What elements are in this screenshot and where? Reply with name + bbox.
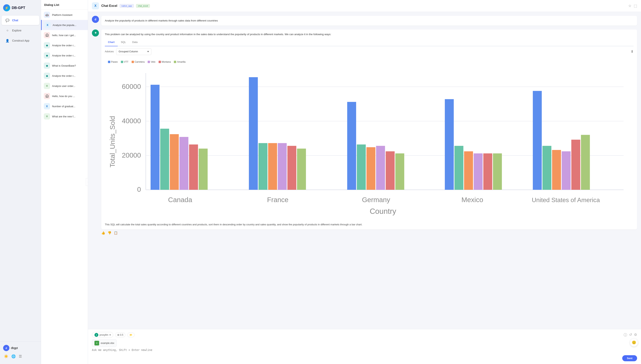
dialog-item-title: Analyze the order r... bbox=[52, 44, 85, 47]
chart-legend: Paseo VTT Carretera bbox=[108, 60, 630, 64]
language-icon[interactable]: 🌐 bbox=[11, 354, 16, 358]
dialog-avatar: ◆ bbox=[44, 42, 50, 48]
bar-germany-amarilla bbox=[395, 153, 404, 190]
bar-canada-velo bbox=[179, 137, 188, 190]
legend-dot-paseo bbox=[108, 61, 110, 63]
user-message-text: Analyze the popularity of products in di… bbox=[101, 16, 637, 26]
svg-text:60000: 60000 bbox=[122, 82, 141, 90]
dialog-item-oceanbase[interactable]: ◆ What is OceanBase? bbox=[41, 60, 88, 71]
temperature-grid-icon: ⊞ bbox=[117, 334, 119, 336]
dialog-item-title: Hello, how do you ... bbox=[52, 95, 85, 98]
dialog-item-new-features[interactable]: ≡ What are the new f... bbox=[41, 111, 88, 122]
legend-amarilla: Amarilla bbox=[174, 60, 185, 64]
thumbs-down-icon[interactable]: 👎 bbox=[108, 231, 111, 235]
sidebar-item-chat[interactable]: 💬 Chat bbox=[2, 16, 39, 25]
copy-icon[interactable]: 📋 bbox=[114, 231, 118, 235]
chat-input[interactable] bbox=[92, 348, 637, 353]
model-dropdown-icon: ▾ bbox=[110, 334, 111, 336]
model-selector[interactable]: ✦ proxyllm ▾ bbox=[92, 332, 113, 338]
dialog-item-analyze-order-1[interactable]: ◆ Analyze the order r... bbox=[41, 40, 88, 50]
sidebar-item-explore-label: Explore bbox=[12, 29, 21, 32]
dialog-item-title: What are the new f... bbox=[52, 115, 85, 118]
dialog-avatar: 🤖 bbox=[44, 12, 50, 18]
user-info[interactable]: d dbgpt bbox=[2, 343, 39, 353]
dialog-item-title: Analyze the order r... bbox=[52, 54, 85, 57]
thumbs-up-icon[interactable]: 👍 bbox=[101, 231, 105, 235]
svg-text:Germany: Germany bbox=[362, 196, 390, 204]
logo: ⚡ DB-GPT bbox=[0, 2, 41, 15]
folder-icon: 📁 bbox=[129, 334, 132, 336]
dialog-item-title: Number of graduat... bbox=[52, 105, 85, 108]
legend-vtt: VTT bbox=[121, 60, 128, 64]
message-row-ai: ✦ This problem can be analyzed by using … bbox=[92, 30, 637, 235]
sidebar-item-construct-label: Construct App bbox=[12, 39, 29, 42]
dialog-avatar: 🎧 bbox=[44, 93, 50, 99]
dialog-item-title: What is OceanBase? bbox=[52, 64, 85, 67]
chart-tabs: Chart SQL Data bbox=[105, 39, 633, 46]
file-attachment: X example.xlsx bbox=[92, 340, 117, 347]
sidebar-item-chat-label: Chat bbox=[12, 19, 18, 22]
sidebar-item-explore[interactable]: ○ Explore bbox=[2, 26, 39, 35]
bottom-icons: ☀️ 🌐 ☰ bbox=[2, 353, 39, 360]
bar-france-montana bbox=[287, 146, 296, 190]
sidebar-item-construct[interactable]: 👤 Construct App bbox=[2, 36, 39, 45]
legend-carretera: Carretera bbox=[132, 60, 145, 64]
dialog-avatar: ≡ bbox=[44, 113, 50, 120]
expand-icon[interactable]: ⬚ bbox=[634, 4, 637, 8]
ai-message-content: This problem can be analyzed by using th… bbox=[101, 30, 637, 235]
dialog-item-analyze-user-order[interactable]: ≡ Analyze user order... bbox=[41, 81, 88, 91]
emoji-button[interactable]: 🙂 bbox=[630, 338, 638, 346]
menu-icon[interactable]: ☰ bbox=[19, 354, 22, 358]
temperature-value: 0.5 bbox=[120, 334, 123, 336]
chat-header: X Chat Excel native_app chat_excel ☆ ⬚ bbox=[88, 0, 641, 12]
dialog-item-analyze-order-2[interactable]: ◆ Analyze the order r... bbox=[41, 50, 88, 60]
dialog-item-analyze-popula[interactable]: X Analyze the popula... bbox=[41, 20, 88, 30]
chat-title-icon: X bbox=[92, 2, 99, 9]
user-message-content: Analyze the popularity of products in di… bbox=[101, 16, 637, 26]
tab-chart[interactable]: Chart bbox=[105, 39, 118, 46]
legend-label-carretera: Carretera bbox=[135, 60, 145, 64]
info-icon[interactable]: ⓘ bbox=[623, 332, 627, 337]
bar-germany-paseo bbox=[347, 102, 356, 190]
dialog-item-hello-2[interactable]: 🎧 Hello, how do you ... bbox=[41, 91, 88, 101]
dialog-item-analyze-order-3[interactable]: ◆ Analyze the order r... bbox=[41, 71, 88, 81]
temperature-display[interactable]: ⊞ 0.5 bbox=[115, 332, 126, 337]
chart-type-dropdown[interactable]: Grouped Column ▾ bbox=[116, 48, 151, 55]
svg-text:United States of America: United States of America bbox=[532, 196, 600, 204]
legend-label-amarilla: Amarilla bbox=[177, 60, 185, 64]
model-icon: ✦ bbox=[94, 333, 98, 337]
download-chart-button[interactable]: ⬇ bbox=[631, 49, 633, 54]
theme-icon[interactable]: ☀️ bbox=[4, 354, 8, 358]
legend-velo: Velo bbox=[148, 60, 155, 64]
user-avatar: d bbox=[92, 16, 99, 23]
input-toolbar: ✦ proxyllm ▾ ⊞ 0.5 📁 ⓘ ↺ ⚙ bbox=[92, 332, 637, 338]
star-icon[interactable]: ☆ bbox=[628, 4, 631, 8]
construct-icon: 👤 bbox=[5, 38, 10, 43]
dialog-item-platform-assistant[interactable]: 🤖 Platform Assistant bbox=[41, 10, 88, 20]
folder-button[interactable]: 📁 bbox=[127, 332, 135, 337]
dialog-avatar: ≡ bbox=[44, 83, 50, 89]
chart-summary: This SQL will calculate the total sales … bbox=[105, 222, 633, 227]
refresh-icon[interactable]: ↺ bbox=[629, 332, 632, 337]
dialog-item-number-graduat[interactable]: X Number of graduat... bbox=[41, 101, 88, 111]
settings-icon[interactable]: ⚙ bbox=[634, 332, 637, 337]
explore-icon: ○ bbox=[5, 28, 10, 33]
file-name: example.xlsx bbox=[101, 342, 114, 344]
bar-usa-vtt bbox=[542, 146, 551, 190]
tab-data[interactable]: Data bbox=[129, 39, 141, 46]
legend-label-paseo: Paseo bbox=[111, 60, 118, 64]
file-icon: X bbox=[94, 341, 99, 346]
bar-mexico-montana bbox=[483, 153, 492, 190]
tab-sql[interactable]: SQL bbox=[118, 39, 129, 46]
dialog-list: Dialog List 🤖 Platform Assistant X Analy… bbox=[41, 0, 88, 364]
dialog-avatar: ◆ bbox=[44, 73, 50, 79]
svg-text:Mexico: Mexico bbox=[462, 196, 483, 204]
legend-dot-montana bbox=[159, 61, 161, 63]
advices-label: Advices bbox=[105, 50, 114, 54]
collapse-dialog-list-button[interactable]: ‹ bbox=[86, 178, 88, 186]
legend-paseo: Paseo bbox=[108, 60, 118, 64]
bar-usa-carretera bbox=[552, 150, 561, 190]
dialog-item-hello[interactable]: 🎧 hello, how can i get... bbox=[41, 30, 88, 40]
send-button[interactable]: Sent bbox=[622, 355, 637, 361]
username: dbgpt bbox=[11, 346, 18, 350]
